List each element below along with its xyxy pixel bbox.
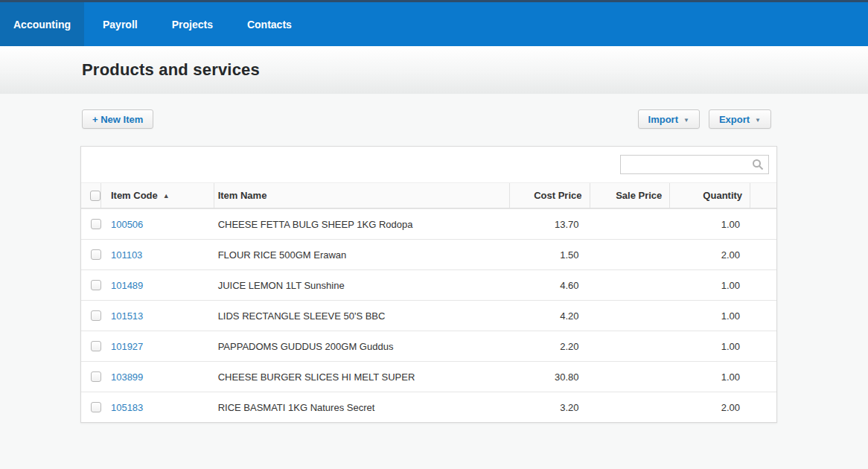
item-name: RICE BASMATI 1KG Natures Secret xyxy=(214,402,510,413)
column-header-item-code[interactable]: Item Code ▲ xyxy=(101,183,214,208)
item-name: CHEESE FETTA BULG SHEEP 1KG Rodopa xyxy=(214,219,510,230)
page-title: Products and services xyxy=(82,60,260,80)
quantity: 1.00 xyxy=(670,331,750,362)
quantity: 1.00 xyxy=(670,301,750,331)
main-navigation: Accounting Payroll Projects Contacts xyxy=(0,2,868,46)
chevron-down-icon: ▼ xyxy=(683,117,689,124)
item-code-link[interactable]: 101103 xyxy=(111,249,142,261)
cost-price: 30.80 xyxy=(510,362,590,392)
column-header-sale-price[interactable]: Sale Price xyxy=(590,183,671,208)
magnifier-icon xyxy=(752,159,764,170)
row-checkbox[interactable] xyxy=(91,219,101,229)
nav-tab-projects[interactable]: Projects xyxy=(156,2,229,46)
column-header-cost-price[interactable]: Cost Price xyxy=(510,183,590,208)
sort-ascending-icon: ▲ xyxy=(163,192,170,200)
column-header-quantity[interactable]: Quantity xyxy=(670,183,750,208)
cost-price: 3.20 xyxy=(510,392,590,423)
nav-tab-accounting[interactable]: Accounting xyxy=(0,2,84,46)
row-checkbox[interactable] xyxy=(91,371,101,382)
item-name: LIDS RECTANGLE SLEEVE 50'S BBC xyxy=(214,310,510,322)
table-row: 101927 PAPPADOMS GUDDUS 200GM Guddus 2.2… xyxy=(81,331,776,361)
quantity: 2.00 xyxy=(670,392,750,423)
row-checkbox[interactable] xyxy=(91,341,101,351)
item-name: PAPPADOMS GUDDUS 200GM Guddus xyxy=(214,341,510,352)
table-search-row xyxy=(81,147,776,182)
select-all-checkbox[interactable] xyxy=(90,191,100,201)
row-checkbox[interactable] xyxy=(91,402,101,412)
search-input[interactable] xyxy=(620,155,769,174)
item-name: JUICE LEMON 1LT Sunshine xyxy=(214,280,510,291)
table-row: 101103 FLOUR RICE 500GM Erawan 1.50 2.00 xyxy=(81,239,776,269)
title-band: Products and services xyxy=(0,46,868,94)
item-name: CHEESE BURGER SLICES HI MELT SUPER xyxy=(214,371,510,383)
toolbar: + New Item Import ▼ Export ▼ xyxy=(82,109,771,129)
item-code-link[interactable]: 103899 xyxy=(111,371,143,383)
item-code-link[interactable]: 105183 xyxy=(111,402,143,413)
import-button[interactable]: Import ▼ xyxy=(638,109,700,129)
quantity: 2.00 xyxy=(670,240,750,270)
table-row: 103899 CHEESE BURGER SLICES HI MELT SUPE… xyxy=(81,361,776,392)
column-header-item-code-label: Item Code xyxy=(111,190,158,201)
import-export-group: Import ▼ Export ▼ xyxy=(638,109,771,129)
quantity: 1.00 xyxy=(670,270,750,301)
export-button[interactable]: Export ▼ xyxy=(709,109,771,129)
row-checkbox[interactable] xyxy=(91,310,101,321)
cost-price: 1.50 xyxy=(510,240,590,270)
cost-price: 4.20 xyxy=(510,301,590,331)
nav-tab-payroll[interactable]: Payroll xyxy=(87,2,153,46)
cost-price: 2.20 xyxy=(510,331,590,362)
row-checkbox[interactable] xyxy=(91,249,101,260)
table-row: 105183 RICE BASMATI 1KG Natures Secret 3… xyxy=(81,392,776,422)
cost-price: 4.60 xyxy=(510,270,590,301)
export-button-label: Export xyxy=(719,114,750,125)
table-header: Item Code ▲ Item Name Cost Price Sale Pr… xyxy=(81,182,776,208)
nav-tab-contacts[interactable]: Contacts xyxy=(232,2,307,46)
item-code-link[interactable]: 101927 xyxy=(111,341,143,352)
cost-price: 13.70 xyxy=(510,209,590,240)
item-code-link[interactable]: 100506 xyxy=(111,219,143,230)
item-code-link[interactable]: 101513 xyxy=(111,310,143,322)
select-all-cell xyxy=(81,183,101,208)
table-row: 101489 JUICE LEMON 1LT Sunshine 4.60 1.0… xyxy=(81,269,776,300)
quantity: 1.00 xyxy=(670,362,750,392)
column-header-item-name[interactable]: Item Name xyxy=(214,183,510,208)
item-code-link[interactable]: 101489 xyxy=(111,280,143,291)
new-item-button[interactable]: + New Item xyxy=(82,109,153,129)
table-row: 101513 LIDS RECTANGLE SLEEVE 50'S BBC 4.… xyxy=(81,300,776,331)
column-header-empty xyxy=(750,183,776,208)
products-table-card: Item Code ▲ Item Name Cost Price Sale Pr… xyxy=(80,146,777,423)
table-row: 100506 CHEESE FETTA BULG SHEEP 1KG Rodop… xyxy=(81,208,776,239)
import-button-label: Import xyxy=(648,114,678,125)
item-name: FLOUR RICE 500GM Erawan xyxy=(214,249,510,261)
chevron-down-icon: ▼ xyxy=(755,117,761,124)
quantity: 1.00 xyxy=(670,209,750,240)
row-checkbox[interactable] xyxy=(91,280,101,290)
